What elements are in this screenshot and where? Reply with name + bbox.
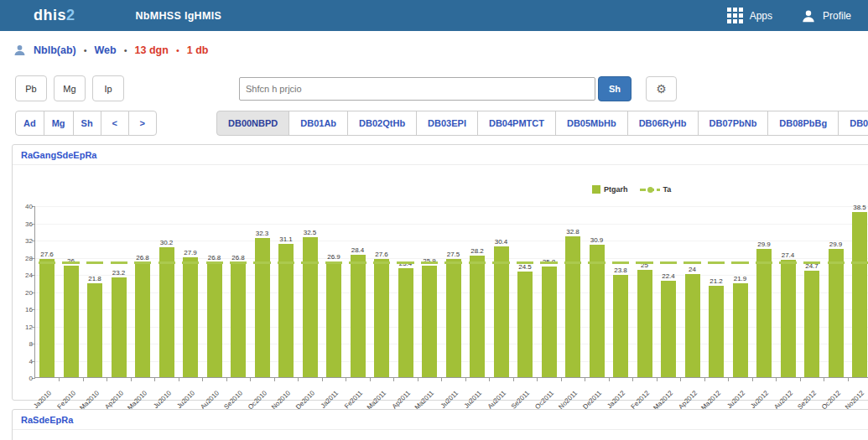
- bar: [637, 270, 652, 377]
- legend-target-label: Ta: [663, 185, 672, 194]
- legend-item-series[interactable]: Ptgarh: [592, 185, 628, 194]
- bar: [64, 266, 79, 377]
- x-axis-tick: [179, 377, 179, 381]
- x-axis-tick: [465, 377, 466, 381]
- app-title: NbMHSS IgHMIS: [136, 10, 222, 22]
- dashboard-tab[interactable]: DB04PMTCT: [477, 111, 556, 136]
- bar-value-label: 22.4: [653, 272, 683, 280]
- bar: [231, 262, 246, 377]
- x-axis-tick: [83, 377, 84, 381]
- y-axis-tick-label: 16: [16, 306, 33, 313]
- bar: [685, 274, 700, 377]
- bar-value-label: 32.8: [558, 228, 588, 236]
- separator-dot: •: [176, 45, 179, 55]
- toolbar-button[interactable]: Mg: [54, 75, 86, 101]
- tab-nav-button[interactable]: Sh: [73, 111, 101, 136]
- tab-nav-button[interactable]: Mg: [44, 111, 74, 136]
- y-axis-tick-label: 24: [16, 272, 33, 279]
- dhis2-logo[interactable]: dhis2: [34, 7, 75, 24]
- search-input[interactable]: [239, 77, 595, 101]
- dashboard-tab[interactable]: DB08PbBg: [767, 111, 839, 136]
- y-axis-tick-label: 4: [16, 358, 33, 365]
- x-axis-tick: [131, 377, 132, 381]
- dashboard-tab[interactable]: DB05MbHb: [555, 111, 628, 136]
- bar: [470, 256, 485, 377]
- x-axis-tick: [346, 377, 346, 381]
- dashboard-tab[interactable]: DB09PbBs: [838, 111, 868, 136]
- bar-value-label: 30.4: [486, 238, 517, 246]
- x-axis-tick: [322, 377, 323, 381]
- x-axis-tick: [154, 377, 155, 381]
- bar: [255, 238, 270, 377]
- y-axis-tick-label: 32: [16, 237, 33, 245]
- profile-menu[interactable]: Profile: [801, 8, 851, 23]
- dashboard-tab-bar: DB00NBPDDB01AbDB02QtHbDB03EPIDB04PMTCTDB…: [216, 111, 868, 136]
- search-button[interactable]: Sh: [598, 76, 632, 101]
- target-line: [35, 261, 868, 264]
- toolbar-button[interactable]: Pb: [15, 75, 47, 101]
- bar: [733, 283, 748, 377]
- bar-value-label: 26.8: [127, 254, 158, 261]
- x-axis-tick: [585, 377, 585, 381]
- bar-value-label: 29.9: [749, 241, 779, 248]
- chart-legend: Ptgarh Ta: [592, 185, 671, 194]
- bar: [159, 247, 174, 377]
- bar: [303, 237, 318, 377]
- dashboard-item-links: RaSdeEpRa: [13, 410, 868, 430]
- dashboard-tab[interactable]: DB06RyHb: [627, 111, 699, 136]
- tab-nav-button[interactable]: <: [101, 111, 129, 136]
- separator-dot: •: [124, 45, 127, 55]
- tab-nav-button[interactable]: Ad: [15, 111, 44, 136]
- alert-count: 1 db: [187, 44, 209, 56]
- bar: [829, 249, 844, 377]
- bar-value-label: 29.9: [821, 241, 851, 248]
- x-axis-tick: [393, 377, 394, 381]
- user-context-bar: Nblb(ab) • Web • 13 dgn • 1 db: [13, 44, 208, 56]
- apps-menu[interactable]: Apps: [727, 8, 772, 23]
- bar: [565, 236, 580, 377]
- dashboard-tab[interactable]: DB00NBPD: [216, 111, 289, 136]
- separator-dot: •: [84, 45, 87, 55]
- bar: [781, 260, 796, 377]
- logo-main: dhis: [34, 7, 66, 23]
- dashboard-tab[interactable]: DB02QtHb: [347, 111, 417, 136]
- x-axis-tick: [704, 377, 705, 381]
- bar-value-label: 24.7: [797, 262, 827, 270]
- x-axis-tick: [59, 377, 60, 381]
- item-action-links[interactable]: RaGangSdeEpRa: [21, 150, 96, 160]
- org-unit-link[interactable]: Nblb(ab): [34, 44, 76, 56]
- item-action-links[interactable]: RaSdeEpRa: [21, 415, 73, 425]
- y-axis-tick-label: 0: [16, 375, 33, 382]
- dashboard-tab[interactable]: DB07PbNb: [698, 111, 769, 136]
- x-axis-tick: [752, 377, 753, 381]
- y-axis-tick-label: 12: [16, 324, 33, 331]
- tab-nav-button[interactable]: >: [128, 111, 157, 136]
- apps-label: Apps: [750, 10, 772, 22]
- dashboard-tab[interactable]: DB01Ab: [288, 111, 348, 136]
- logo-accent: 2: [66, 7, 75, 23]
- bar: [39, 259, 55, 377]
- settings-button[interactable]: ⚙: [646, 76, 677, 101]
- legend-item-target[interactable]: Ta: [640, 185, 672, 194]
- x-axis-tick: [298, 377, 299, 381]
- gear-icon: ⚙: [656, 82, 667, 96]
- x-axis-tick: [441, 377, 442, 381]
- toolbar-button-group: PbMgIp: [15, 75, 124, 101]
- apps-grid-icon: [727, 8, 743, 23]
- bar: [112, 277, 127, 377]
- bar: [709, 286, 724, 377]
- dashboard-tab[interactable]: DB03EPI: [416, 111, 478, 136]
- bar-value-label: 26.9: [319, 253, 349, 261]
- x-axis-tick: [657, 377, 657, 381]
- x-axis-tick: [107, 377, 107, 381]
- bar-value-label: 24: [678, 266, 708, 273]
- profile-icon: [801, 8, 816, 23]
- x-axis-tick: [537, 377, 538, 381]
- bar: [661, 281, 676, 377]
- bar: [517, 272, 533, 377]
- x-axis-tick: [728, 377, 729, 381]
- toolbar-button[interactable]: Ip: [92, 75, 124, 101]
- user-icon: [13, 44, 26, 56]
- x-axis-tick: [680, 377, 681, 381]
- period-link[interactable]: Web: [95, 44, 117, 56]
